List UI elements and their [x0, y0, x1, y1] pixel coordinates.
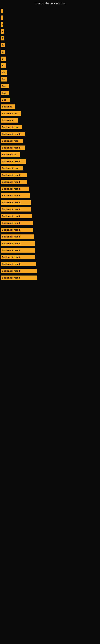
bar-row: Bo [1, 70, 98, 75]
bar-label: B [1, 43, 4, 47]
bar-row: E [1, 22, 98, 27]
bar-row: Bottleneck result [1, 158, 98, 164]
bar-row: Bottleneck resu [1, 124, 98, 130]
bar-row: Bottleneck result [1, 179, 98, 185]
bar-row: B [1, 56, 98, 62]
bar-label: Bo [1, 70, 7, 75]
bar-row: Bott [1, 97, 98, 103]
bar-label: B [1, 64, 6, 68]
bar-row: E [1, 28, 98, 34]
site-title: TheBottlenecker.com [0, 0, 100, 6]
bar-row: Bottleneck result [1, 200, 98, 205]
bar-row: Bottleneck result [1, 172, 98, 178]
bar-label: Bottleneck result [1, 221, 33, 225]
bar-row: Bott [1, 90, 98, 96]
bar-row: B [1, 42, 98, 48]
bar-row: Bottleneck result [1, 131, 98, 137]
bar-row: B [1, 63, 98, 68]
bar-row: Bottleneck result [1, 220, 98, 226]
bar-label: Bottleneck result [1, 146, 25, 150]
bar-label: Bo [1, 77, 7, 82]
bar-row: Bottleneck result [1, 268, 98, 274]
bar-label [1, 16, 3, 20]
bar-label: Bottleneck result [1, 173, 27, 177]
bar-label: Bottleneck res [1, 111, 21, 116]
bar-label [1, 9, 3, 13]
bar-label: Bottleneck result [1, 194, 30, 198]
bar-row: Bottleneck result [1, 213, 98, 219]
bar-row: Bottleneck result [1, 234, 98, 240]
bar-row [1, 15, 98, 20]
bar-label: Bottleneck result [1, 214, 32, 218]
bar-row: Bottleneck result [1, 186, 98, 192]
bar-label: Bottleneck result [1, 269, 37, 273]
bar-label: E [1, 29, 3, 34]
bar-label: Bottleneck result [1, 234, 34, 239]
bar-label: Bott [1, 84, 9, 88]
bar-row: Bottlenec [1, 104, 98, 110]
bar-label: Bottleneck [1, 118, 18, 122]
bar-label: E [1, 22, 3, 27]
bar-label: E [1, 36, 4, 40]
bar-row: Bottleneck resu [1, 166, 98, 171]
bar-row: Bottleneck resu [1, 138, 98, 144]
bars-container: EEEBBBBBoBoBottBottBottBottlenecBottlene… [0, 6, 100, 284]
bar-label: Bottleneck result [1, 132, 25, 136]
bar-row: Bottleneck result [1, 261, 98, 267]
bar-row: Bottleneck result [1, 145, 98, 150]
bar-label: Bottleneck result [1, 255, 35, 260]
bar-row: Bottleneck [1, 118, 98, 123]
bar-row: Bottleneck result [1, 227, 98, 233]
bar-label: Bott [1, 91, 9, 95]
bar-label: Bottleneck result [1, 200, 31, 205]
bar-label: Bottleneck result [1, 228, 33, 232]
bar-row: Bottleneck res [1, 111, 98, 116]
bar-row: Bo [1, 76, 98, 82]
bar-label: Bottleneck result [1, 262, 36, 266]
bar-label: Bottleneck resu [1, 125, 22, 130]
bar-label: Bottleneck result [1, 248, 35, 252]
bar-row: Bottleneck result [1, 248, 98, 253]
bar-row: B [1, 49, 98, 55]
bar-label: Bottleneck resu [1, 166, 23, 170]
bar-label: Bottlenec [1, 104, 15, 109]
bar-label: Bottleneck result [1, 159, 26, 164]
bar-row: Bottleneck result [1, 193, 98, 198]
bar-row: Bottleneck result [1, 275, 98, 280]
bar-row: Bottleneck re [1, 152, 98, 158]
bar-row [1, 8, 98, 14]
bar-label: Bottleneck re [1, 152, 20, 157]
bar-label: Bottleneck result [1, 180, 27, 184]
bar-label: Bottleneck result [1, 186, 29, 191]
bar-row: Bottleneck result [1, 254, 98, 260]
bar-row: Bott [1, 83, 98, 89]
bar-label: Bottleneck result [1, 241, 35, 246]
bar-label: Bottleneck result [1, 207, 31, 212]
bar-label: B [1, 50, 5, 54]
bar-label: B [1, 56, 6, 61]
bar-label: Bottleneck resu [1, 139, 23, 143]
bar-label: Bott [1, 98, 10, 102]
bar-row: E [1, 36, 98, 41]
bar-row: Bottleneck result [1, 206, 98, 212]
bar-row: Bottleneck result [1, 241, 98, 246]
bar-label: Bottleneck result [1, 276, 37, 280]
